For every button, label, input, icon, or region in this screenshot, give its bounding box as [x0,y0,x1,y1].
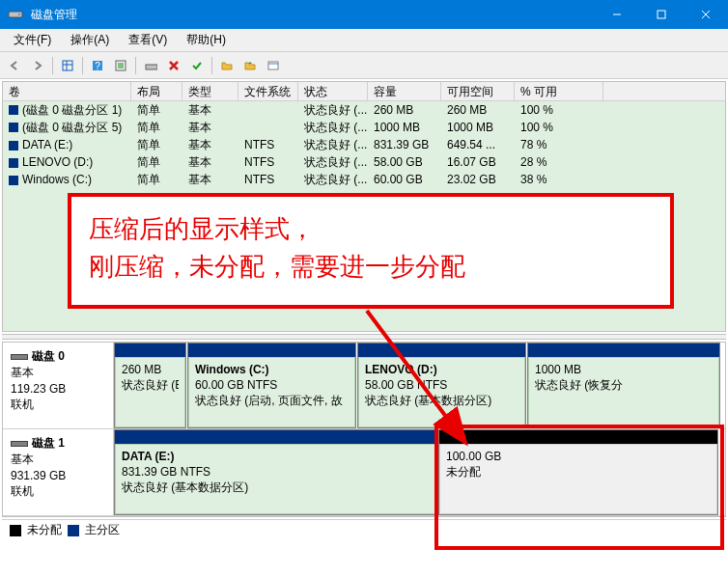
disk0-part2[interactable]: LENOVO (D:) 58.00 GB NTFS 状态良好 (基本数据分区) [357,343,526,428]
col-volume[interactable]: 卷 [3,82,131,100]
menubar: 文件(F) 操作(A) 查看(V) 帮助(H) [0,29,728,52]
legend-unallocated-swatch [10,525,21,536]
volume-header: 卷 布局 类型 文件系统 状态 容量 可用空间 % 可用 [3,82,725,101]
volume-row[interactable]: (磁盘 0 磁盘分区 1)简单基本状态良好 (...260 MB260 MB10… [3,101,725,119]
disk-0-info[interactable]: 磁盘 0 基本 119.23 GB 联机 [3,343,114,428]
titlebar: 磁盘管理 [0,0,728,29]
folder-up-icon[interactable] [239,55,261,76]
minimize-button[interactable] [595,0,639,29]
menu-action[interactable]: 操作(A) [61,29,119,51]
svg-rect-3 [658,11,665,18]
legend-primary-label: 主分区 [85,522,120,538]
disk0-part0[interactable]: 260 MB 状态良好 (EF [114,343,186,428]
refresh-icon[interactable] [140,55,161,76]
volume-icon [9,158,18,168]
legend: 未分配 主分区 [2,519,726,540]
svg-text:?: ? [95,61,100,71]
disk1-part0[interactable]: DATA (E:) 831.39 GB NTFS 状态良好 (基本数据分区) [114,429,437,515]
window-title: 磁盘管理 [31,7,595,23]
svg-rect-12 [118,63,124,69]
volume-row[interactable]: (磁盘 0 磁盘分区 5)简单基本状态良好 (...1000 MB1000 MB… [3,119,725,136]
col-free[interactable]: 可用空间 [441,82,515,100]
svg-rect-13 [146,65,157,69]
settings-icon[interactable] [110,55,131,76]
annotation-line1: 压缩后的显示样式， [89,210,653,248]
help-icon[interactable]: ? [87,55,108,76]
delete-icon[interactable] [163,55,184,76]
disk1-unallocated[interactable]: 100.00 GB 未分配 [438,429,718,515]
forward-button[interactable] [27,55,48,76]
disk-graphic-panel: 磁盘 0 基本 119.23 GB 联机 260 MB 状态良好 (EF Win… [2,342,726,517]
volume-icon [9,123,18,132]
disk-icon [11,441,28,447]
check-icon[interactable] [186,55,208,76]
properties-icon[interactable] [263,55,284,76]
disk-row-1: 磁盘 1 基本 931.39 GB 联机 DATA (E:) 831.39 GB… [3,429,725,516]
volume-icon [9,141,18,151]
volume-icon [9,105,18,115]
menu-view[interactable]: 查看(V) [119,29,177,51]
col-fs[interactable]: 文件系统 [238,82,298,100]
toolbar: ? [0,52,728,79]
svg-point-1 [18,14,20,15]
view-list-icon[interactable] [57,55,78,76]
col-type[interactable]: 类型 [182,82,238,100]
disk-row-0: 磁盘 0 基本 119.23 GB 联机 260 MB 状态良好 (EF Win… [3,343,725,429]
legend-unallocated-label: 未分配 [27,522,62,538]
legend-primary-swatch [68,525,79,536]
volume-icon [9,176,18,185]
app-icon [8,7,23,22]
maximize-button[interactable] [639,0,684,29]
menu-help[interactable]: 帮助(H) [177,29,236,51]
svg-rect-14 [268,62,278,69]
svg-rect-6 [63,61,72,70]
menu-file[interactable]: 文件(F) [4,29,61,51]
disk-icon [11,354,28,360]
back-button[interactable] [4,55,25,76]
volume-row[interactable]: LENOVO (D:)简单基本NTFS状态良好 (...58.00 GB16.0… [3,153,725,171]
volume-row[interactable]: DATA (E:)简单基本NTFS状态良好 (...831.39 GB649.5… [3,136,725,153]
volume-row[interactable]: Windows (C:)简单基本NTFS状态良好 (...60.00 GB23.… [3,171,725,188]
folder-icon[interactable] [216,55,238,76]
col-capacity[interactable]: 容量 [368,82,441,100]
annotation-callout: 压缩后的显示样式， 刚压缩，未分配，需要进一步分配 [68,193,674,309]
disk-1-info[interactable]: 磁盘 1 基本 931.39 GB 联机 [3,429,114,515]
disk0-part3[interactable]: 1000 MB 状态良好 (恢复分 [527,343,720,428]
col-layout[interactable]: 布局 [131,82,182,100]
annotation-line2: 刚压缩，未分配，需要进一步分配 [89,248,653,286]
close-button[interactable] [684,0,728,29]
col-pct[interactable]: % 可用 [515,82,603,100]
disk0-part1[interactable]: Windows (C:) 60.00 GB NTFS 状态良好 (启动, 页面文… [187,343,356,428]
splitter[interactable] [2,334,726,340]
col-status[interactable]: 状态 [298,82,368,100]
